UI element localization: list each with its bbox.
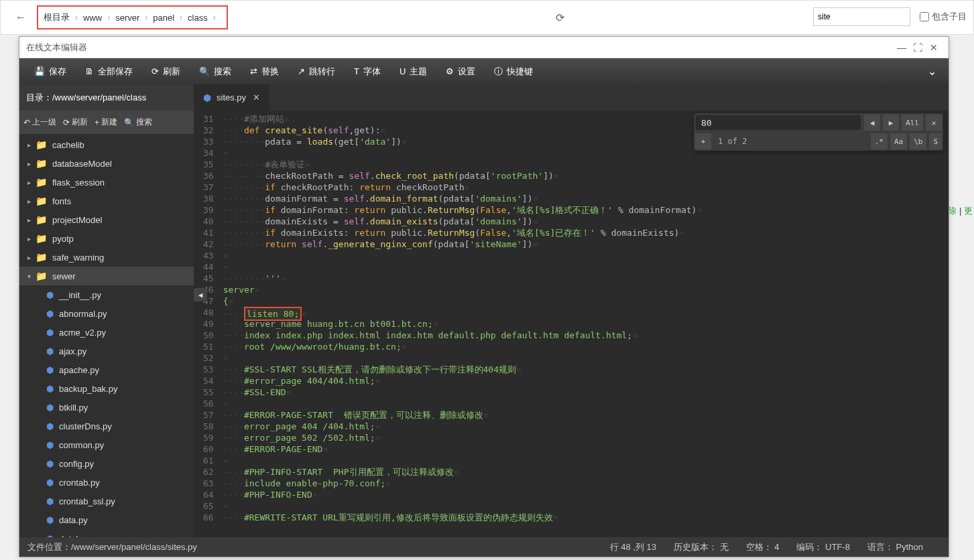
breadcrumb: 根目录›www›server›panel›class› [37,5,228,29]
reload-icon[interactable]: ⟳ [556,11,564,24]
search-input[interactable] [813,7,910,26]
breadcrumb-item[interactable]: panel [153,13,174,23]
include-subdir-input[interactable] [920,12,929,21]
chevron-right-icon: › [75,13,78,22]
breadcrumb-item[interactable]: server [115,13,139,23]
breadcrumb-item[interactable]: 根目录 [44,11,70,23]
chevron-right-icon: › [145,13,147,22]
top-search: 包含子目 [813,7,967,26]
back-button[interactable]: ← [7,11,34,23]
breadcrumb-item[interactable]: www [83,13,102,23]
top-bar: ← 根目录›www›server›panel›class› ⟳ 包含子目 [0,0,974,35]
include-subdir-checkbox[interactable]: 包含子目 [920,11,967,23]
breadcrumb-item[interactable]: class [188,13,208,23]
chevron-right-icon: › [180,13,182,22]
chevron-right-icon: › [107,13,110,22]
chevron-right-icon: › [213,13,216,22]
